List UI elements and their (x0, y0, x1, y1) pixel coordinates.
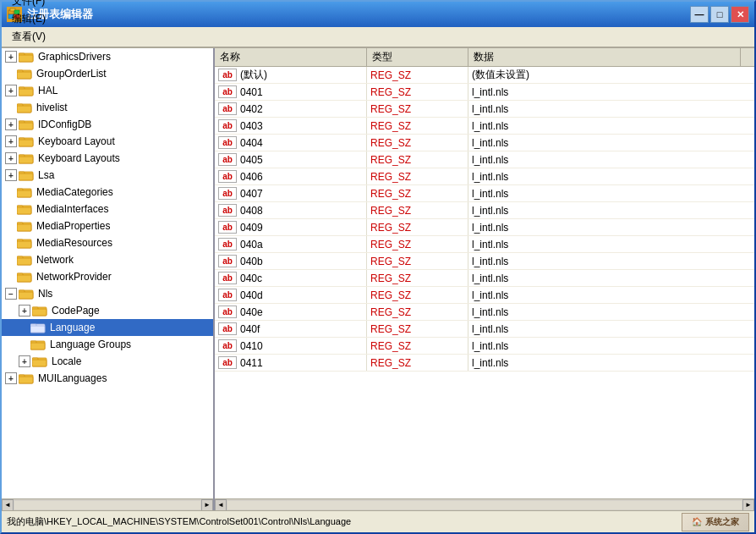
window-controls: — □ ✕ (690, 6, 749, 23)
expand-icon[interactable]: − (5, 288, 17, 300)
tree-label: Language (50, 322, 95, 333)
tree-item-muilangs[interactable]: + MUILanguages (2, 370, 213, 387)
svg-rect-13 (19, 89, 33, 96)
ab-icon: ab (218, 136, 237, 149)
tree-item-hal[interactable]: + HAL (2, 82, 213, 99)
tree-item-mediacats[interactable]: MediaCategories (2, 184, 213, 201)
cell-data: l_intl.nls (468, 270, 754, 286)
table-bottom-scrollbar[interactable]: ◄ ► (215, 498, 754, 510)
tree-label: HAL (38, 85, 58, 96)
expand-icon[interactable]: + (5, 51, 17, 63)
table-row[interactable]: ab0405REG_SZl_intl.nls (215, 151, 754, 168)
tree-label: hivelist (36, 102, 68, 113)
ab-icon: ab (218, 204, 237, 217)
ab-icon: ab (218, 272, 237, 284)
tree-scroll-left[interactable]: ◄ (2, 499, 14, 511)
tree-item-mediaifaces[interactable]: MediaInterfaces (2, 201, 213, 217)
table-scroll-right[interactable]: ► (742, 499, 754, 511)
table-row[interactable]: ab0406REG_SZl_intl.nls (215, 168, 754, 185)
tree-item-keyboards[interactable]: + Keyboard Layouts (2, 150, 213, 167)
tree-label: Keyboard Layout (38, 135, 115, 147)
close-button[interactable]: ✕ (731, 6, 749, 23)
table-row[interactable]: ab0411REG_SZl_intl.nls (215, 355, 754, 372)
ab-icon: ab (218, 153, 237, 166)
cell-data: (数值未设置) (468, 67, 754, 83)
tree-item-grouporder[interactable]: GroupOrderList (2, 65, 213, 82)
cell-type: REG_SZ (367, 304, 468, 320)
menu-item[interactable]: 文件(F) (5, 0, 63, 10)
ab-icon: ab (218, 289, 237, 301)
table-row[interactable]: ab040dREG_SZl_intl.nls (215, 287, 754, 304)
menu-item[interactable]: 查看(V) (5, 28, 63, 46)
table-row[interactable]: ab040eREG_SZl_intl.nls (215, 304, 754, 321)
table-row[interactable]: ab040fREG_SZl_intl.nls (215, 321, 754, 338)
tree-item-network[interactable]: Network (2, 251, 213, 268)
svg-rect-64 (19, 377, 33, 383)
cell-type: REG_SZ (367, 101, 468, 117)
tree-label: Nls (38, 288, 52, 300)
cell-data: l_intl.nls (468, 236, 754, 252)
expand-icon[interactable]: + (5, 169, 17, 181)
tree-item-language[interactable]: Language (2, 319, 213, 336)
tree-item-lsa[interactable]: + Lsa (2, 167, 213, 184)
expand-icon[interactable]: + (5, 135, 17, 147)
expand-icon[interactable]: + (5, 118, 17, 130)
table-body-scroll[interactable]: ab(默认)REG_SZ(数值未设置)ab0401REG_SZl_intl.nl… (215, 67, 754, 498)
table-row[interactable]: ab0409REG_SZl_intl.nls (215, 219, 754, 236)
tree-item-idconfig[interactable]: + IDConfigDB (2, 116, 213, 133)
cell-name: ab0401 (215, 84, 367, 100)
cell-type: REG_SZ (367, 185, 468, 201)
table-row[interactable]: ab0401REG_SZl_intl.nls (215, 84, 754, 101)
tree-item-hivelist[interactable]: hivelist (2, 99, 213, 116)
tree-item-netprovider[interactable]: NetworkProvider (2, 268, 213, 285)
svg-rect-19 (19, 123, 33, 129)
tree-label: MUILanguages (38, 372, 107, 384)
expand-icon[interactable]: + (5, 85, 17, 96)
table-row[interactable]: ab040cREG_SZl_intl.nls (215, 270, 754, 287)
expand-icon[interactable]: + (5, 372, 17, 384)
table-row[interactable]: ab0410REG_SZl_intl.nls (215, 338, 754, 355)
tree-panel: + GraphicsDrivers GroupOrderList+ HAL hi… (2, 48, 215, 510)
tree-item-codepage[interactable]: + CodePage (2, 302, 213, 319)
cell-type: REG_SZ (367, 67, 468, 83)
svg-rect-49 (19, 292, 33, 299)
cell-type: REG_SZ (367, 253, 468, 269)
cell-name: ab0404 (215, 135, 367, 151)
tree-scroll[interactable]: + GraphicsDrivers GroupOrderList+ HAL hi… (2, 48, 213, 498)
cell-name: ab040a (215, 236, 367, 252)
tree-item-nls[interactable]: − Nls (2, 285, 213, 302)
tree-item-keyboard[interactable]: + Keyboard Layout (2, 133, 213, 150)
tree-item-locale[interactable]: + Locale (2, 353, 213, 370)
table-row[interactable]: ab0404REG_SZl_intl.nls (215, 135, 754, 151)
expand-icon[interactable]: + (5, 152, 17, 164)
cell-type: REG_SZ (367, 151, 468, 168)
svg-rect-22 (19, 140, 33, 146)
tree-scroll-right[interactable]: ► (201, 499, 213, 511)
menu-bar: 文件(F)编辑(E)查看(V)收藏夹(A)帮助(H) (2, 27, 754, 47)
expand-icon[interactable]: + (19, 355, 30, 367)
cell-data: l_intl.nls (468, 253, 754, 269)
cell-name: ab040d (215, 287, 367, 303)
tree-item-mediares[interactable]: MediaResources (2, 234, 213, 251)
ab-icon: ab (218, 187, 237, 200)
maximize-button[interactable]: □ (710, 6, 729, 23)
table-row[interactable]: ab0403REG_SZl_intl.nls (215, 118, 754, 135)
tree-item-langgroups[interactable]: Language Groups (2, 336, 213, 353)
expand-icon[interactable]: + (19, 305, 30, 317)
ab-icon: ab (218, 322, 237, 335)
table-row[interactable]: ab(默认)REG_SZ(数值未设置) (215, 67, 754, 84)
table-row[interactable]: ab0408REG_SZl_intl.nls (215, 202, 754, 219)
title-bar: 注册表编辑器 — □ ✕ (2, 2, 754, 27)
tree-bottom-scrollbar[interactable]: ◄ ► (2, 498, 213, 510)
cell-data: l_intl.nls (468, 202, 754, 218)
table-row[interactable]: ab0407REG_SZl_intl.nls (215, 185, 754, 202)
menu-item[interactable]: 编辑(E) (5, 10, 63, 28)
minimize-button[interactable]: — (690, 6, 709, 23)
table-row[interactable]: ab040aREG_SZl_intl.nls (215, 236, 754, 253)
tree-item-mediaprops[interactable]: MediaProperties (2, 217, 213, 234)
cell-name: ab0408 (215, 202, 367, 218)
table-scroll-left[interactable]: ◄ (215, 499, 227, 511)
table-row[interactable]: ab0402REG_SZl_intl.nls (215, 101, 754, 118)
table-row[interactable]: ab040bREG_SZl_intl.nls (215, 253, 754, 270)
tree-item-graphics[interactable]: + GraphicsDrivers (2, 48, 213, 65)
